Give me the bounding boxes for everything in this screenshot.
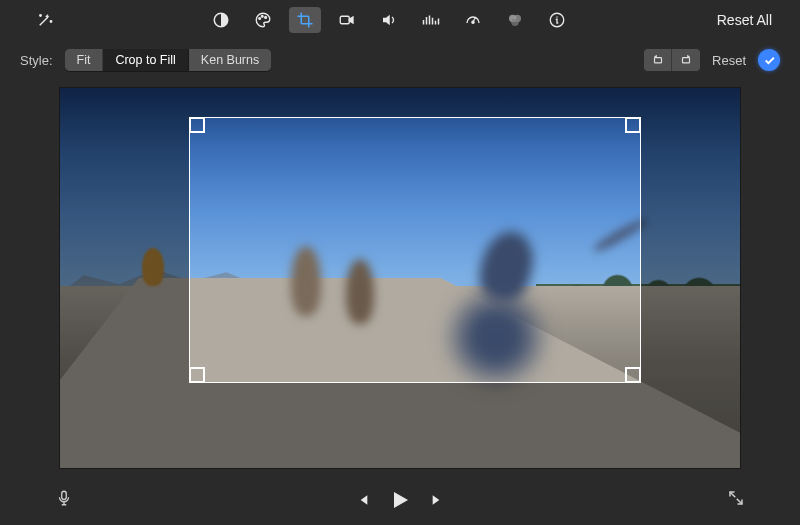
speedometer-icon[interactable]	[457, 7, 489, 33]
fullscreen-icon[interactable]	[727, 489, 745, 511]
video-preview	[60, 88, 740, 468]
playback-bar	[0, 475, 800, 525]
reset-button[interactable]: Reset	[712, 53, 746, 68]
rotate-cw-button[interactable]	[672, 49, 700, 71]
volume-icon[interactable]	[373, 7, 405, 33]
svg-rect-12	[654, 58, 661, 63]
crop-icon[interactable]	[289, 7, 321, 33]
skip-forward-button[interactable]	[430, 492, 446, 508]
microphone-icon[interactable]	[55, 487, 73, 513]
skip-back-button[interactable]	[354, 492, 370, 508]
style-label: Style:	[20, 53, 53, 68]
top-toolbar: Reset All	[0, 0, 800, 40]
svg-point-5	[265, 16, 267, 18]
contrast-icon[interactable]	[205, 7, 237, 33]
rotate-group	[644, 49, 700, 71]
crop-handle-bottom-left[interactable]	[189, 367, 205, 383]
style-option-fit[interactable]: Fit	[65, 49, 104, 71]
equalizer-icon[interactable]	[415, 7, 447, 33]
palette-icon[interactable]	[247, 7, 279, 33]
color-balance-icon[interactable]	[499, 7, 531, 33]
svg-point-10	[512, 19, 520, 27]
svg-rect-14	[62, 491, 67, 499]
crop-style-bar: Style: Fit Crop to Fill Ken Burns Reset	[0, 40, 800, 80]
crop-rectangle[interactable]	[190, 118, 640, 382]
svg-rect-13	[683, 58, 690, 63]
crop-handle-top-right[interactable]	[625, 117, 641, 133]
apply-checkmark-button[interactable]	[758, 49, 780, 71]
play-button[interactable]	[388, 488, 412, 512]
scene-element	[142, 248, 164, 286]
svg-point-3	[259, 18, 261, 20]
style-option-crop-to-fill[interactable]: Crop to Fill	[103, 49, 188, 71]
svg-point-0	[40, 15, 42, 17]
video-camera-icon[interactable]	[331, 7, 363, 33]
info-icon[interactable]	[541, 7, 573, 33]
style-segmented-control: Fit Crop to Fill Ken Burns	[65, 49, 272, 71]
rotate-ccw-button[interactable]	[644, 49, 672, 71]
svg-point-7	[472, 21, 474, 23]
style-option-ken-burns[interactable]: Ken Burns	[189, 49, 271, 71]
crop-handle-top-left[interactable]	[189, 117, 205, 133]
svg-point-4	[262, 15, 264, 17]
svg-rect-6	[341, 16, 350, 24]
svg-point-1	[50, 21, 52, 23]
reset-all-button[interactable]: Reset All	[709, 8, 780, 32]
magic-wand-icon[interactable]	[29, 7, 61, 33]
crop-handle-bottom-right[interactable]	[625, 367, 641, 383]
